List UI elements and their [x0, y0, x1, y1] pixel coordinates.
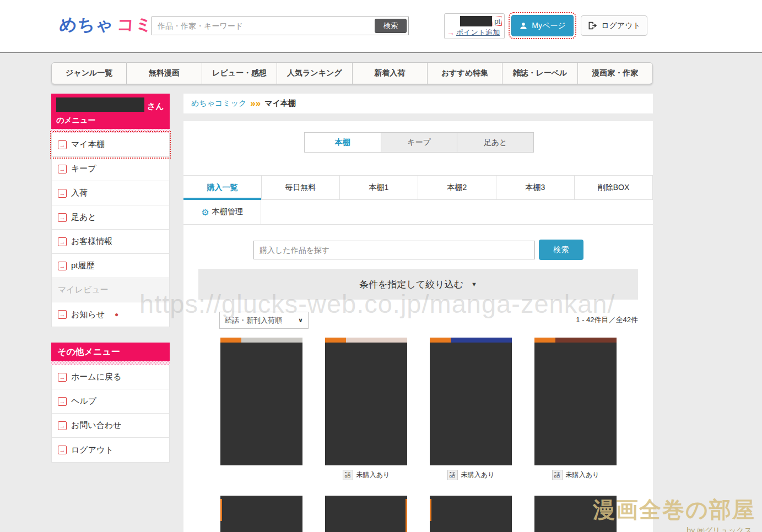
main-nav: ジャンル一覧 無料漫画 レビュー・感想 人気ランキング 新着入荷 おすすめ特集 …	[51, 62, 653, 84]
sidebar-item-label: ヘルプ	[71, 396, 96, 406]
nav-item-new-arrivals[interactable]: 新着入荷	[353, 62, 428, 84]
sidebar-item-notices[interactable]: → お知らせ ●	[52, 302, 169, 327]
sidebar-item-label: ホームに戻る	[71, 372, 121, 382]
sidebar-item-logout[interactable]: → ログアウト	[52, 438, 169, 462]
gear-icon: ⚙	[201, 207, 209, 218]
points-box: pt → ポイント追加	[444, 13, 505, 39]
sort-selected-value: 続話・新刊入荷順	[225, 316, 282, 325]
filter-toggle-bar[interactable]: 条件を指定して絞り込む ▼	[198, 269, 638, 300]
episode-badge: 話	[343, 470, 353, 480]
points-unit: pt	[493, 17, 502, 26]
manga-cover-6[interactable]	[325, 496, 407, 532]
manga-cover-4[interactable]	[534, 338, 617, 465]
manga-cover-1[interactable]	[220, 338, 302, 465]
breadcrumb-separator-icon: »»	[250, 98, 261, 109]
sidebar-menu-title: のメニュー	[56, 116, 165, 126]
episode-badge: 話	[552, 470, 563, 480]
sidebar-item-arrivals[interactable]: → 入荷	[52, 181, 169, 205]
manga-cover-7[interactable]	[430, 496, 512, 532]
breadcrumb: めちゃコミック »» マイ本棚	[183, 94, 653, 113]
tab-footprints[interactable]: 足あと	[457, 132, 534, 153]
logout-button[interactable]: ログアウト	[581, 15, 647, 36]
sidebar-item-my-bookshelf[interactable]: → マイ本棚	[52, 133, 169, 157]
logout-icon	[587, 21, 597, 30]
shelf-tab-daily-free[interactable]: 毎日無料	[262, 176, 340, 199]
purchased-search-button[interactable]: 検索	[539, 240, 583, 260]
global-search-button[interactable]: 検索	[375, 19, 407, 33]
sidebar-item-footprints[interactable]: → 足あと	[52, 205, 169, 230]
sidebar-item-label: ログアウト	[71, 445, 114, 455]
pink-checker-divider	[51, 129, 170, 133]
shelf-tab-shelf2[interactable]: 本棚2	[418, 176, 496, 199]
sidebar-item-label: お問い合わせ	[71, 420, 121, 431]
sidebar-item-pt-history[interactable]: → pt履歴	[52, 254, 169, 278]
sidebar: さん のメニュー → マイ本棚 → キープ → 入荷 → 足あと → お客様情報…	[51, 94, 170, 463]
nav-item-features[interactable]: おすすめ特集	[428, 62, 502, 84]
sidebar-item-customer-info[interactable]: → お客様情報	[52, 230, 169, 254]
unpurchased-label: 話 未購入あり	[534, 469, 617, 480]
logout-button-label: ログアウト	[601, 21, 641, 31]
shelf-tab-delete-box[interactable]: 削除BOX	[575, 176, 653, 199]
cover-art-strip	[555, 338, 617, 343]
sidebar-other-menu: その他メニュー → ホームに戻る → ヘルプ → お問い合わせ → ログアウト	[51, 343, 170, 463]
shelf-tab-purchased[interactable]: 購入一覧	[183, 176, 262, 199]
red-arrow-icon: →	[58, 373, 67, 382]
cover-new-tag	[325, 338, 346, 343]
person-icon	[519, 21, 528, 30]
sidebar-item-keep[interactable]: → キープ	[52, 157, 169, 181]
shelf-manage-button[interactable]: ⚙ 本棚管理	[183, 200, 261, 224]
other-menu-title: その他メニュー	[51, 343, 170, 361]
manga-cover-8[interactable]	[534, 496, 617, 532]
breadcrumb-home-link[interactable]: めちゃコミック	[191, 99, 246, 108]
sidebar-item-label: 足あと	[71, 212, 96, 222]
sidebar-item-contact[interactable]: → お問い合わせ	[52, 414, 169, 438]
notice-dot-icon: ●	[115, 311, 118, 318]
sidebar-item-label: マイレビュー	[58, 285, 109, 295]
nav-item-reviews[interactable]: レビュー・感想	[202, 62, 277, 84]
chevron-down-icon: ∨	[298, 317, 303, 324]
cover-redaction	[534, 343, 617, 465]
tab-keep[interactable]: キープ	[381, 132, 458, 153]
red-arrow-icon: →	[58, 446, 67, 454]
point-add-arrow-icon: →	[447, 28, 455, 37]
nav-item-ranking[interactable]: 人気ランキング	[277, 62, 352, 84]
red-arrow-icon: →	[58, 237, 67, 246]
mypage-button[interactable]: Myページ	[511, 15, 574, 36]
nav-item-magazines[interactable]: 雑誌・レーベル	[502, 62, 577, 84]
sort-select[interactable]: 続話・新刊入荷順 ∨	[219, 312, 309, 329]
shelf-manage-row: ⚙ 本棚管理	[183, 200, 653, 225]
site-header: めちゃコミック 検索 pt → ポイント追加 Myページ ロ	[0, 0, 762, 53]
global-search-input[interactable]	[152, 21, 375, 30]
red-arrow-icon: →	[58, 310, 67, 319]
cover-art-sliver	[220, 499, 222, 521]
shelf-tab-shelf3[interactable]: 本棚3	[496, 176, 575, 199]
nav-item-artists[interactable]: 漫画家・作家	[578, 62, 653, 84]
shelf-tab-shelf1[interactable]: 本棚1	[340, 176, 418, 199]
caret-down-icon: ▼	[471, 281, 477, 287]
cover-art-sliver	[406, 499, 407, 532]
nav-item-free-manga[interactable]: 無料漫画	[127, 62, 202, 84]
sidebar-item-help[interactable]: → ヘルプ	[52, 389, 169, 414]
manga-cover-2[interactable]	[325, 338, 407, 465]
sidebar-item-label: マイ本棚	[71, 139, 105, 150]
pink-checker-divider	[51, 361, 170, 365]
purchased-search	[253, 241, 535, 259]
shelf-tab-group: 購入一覧 毎日無料 本棚1 本棚2 本棚3 削除BOX	[183, 175, 653, 200]
manga-cover-5[interactable]	[220, 496, 302, 532]
result-count: 1 - 42件目／全42件	[576, 315, 638, 325]
cover-art-strip	[346, 338, 407, 343]
tab-bookshelf[interactable]: 本棚	[304, 132, 381, 153]
sidebar-item-label: お知らせ	[71, 310, 105, 320]
shelf-manage-label: 本棚管理	[212, 207, 243, 217]
red-arrow-icon: →	[58, 189, 67, 198]
cover-redaction	[325, 343, 407, 465]
red-arrow-icon: →	[58, 213, 67, 222]
point-add-link[interactable]: ポイント追加	[456, 28, 500, 37]
nav-item-genre-list[interactable]: ジャンル一覧	[51, 62, 127, 84]
purchased-search-input[interactable]	[254, 241, 534, 259]
sidebar-item-label: キープ	[71, 164, 96, 174]
manga-cover-3[interactable]	[430, 338, 512, 465]
sidebar-item-back-home[interactable]: → ホームに戻る	[52, 365, 169, 389]
red-arrow-icon: →	[58, 397, 67, 406]
sidebar-item-my-review: マイレビュー	[52, 278, 169, 302]
